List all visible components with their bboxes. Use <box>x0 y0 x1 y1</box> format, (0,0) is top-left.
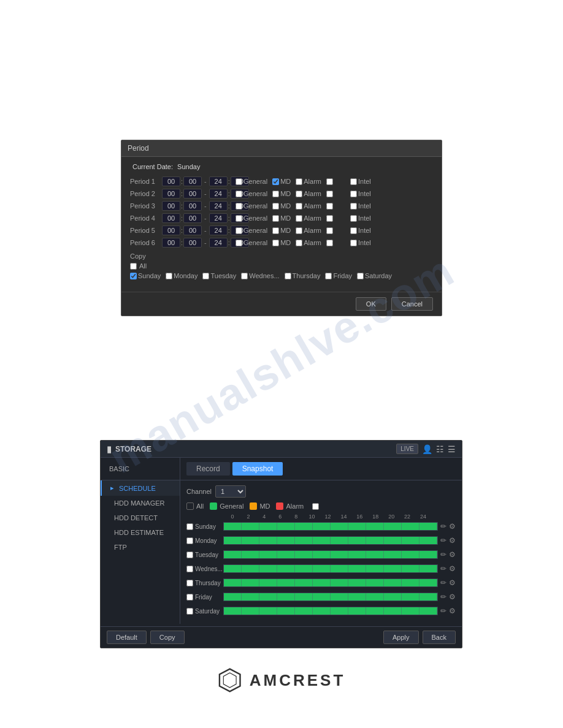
p4-intel-cb[interactable] <box>350 215 357 222</box>
sidebar-item-basic[interactable]: BASIC <box>101 461 180 476</box>
settings-schedule-5[interactable]: ⚙ <box>449 593 456 601</box>
day-cb-6[interactable] <box>186 608 193 615</box>
intel-cb-1[interactable] <box>350 178 357 185</box>
p5-md-cb[interactable] <box>272 227 279 234</box>
thursday-cb[interactable] <box>285 273 291 279</box>
p3-extra-cb[interactable] <box>326 203 333 210</box>
sidebar-item-hdd-detect[interactable]: HDD DETECT <box>101 510 180 525</box>
p4-extra-cb[interactable] <box>326 215 333 222</box>
p5-alarm-cb[interactable] <box>296 227 302 234</box>
channel-select[interactable]: 1 2 3 4 <box>215 485 246 498</box>
period-2-checkboxes: General MD Alarm Intel <box>236 190 371 197</box>
p6-sh[interactable] <box>162 238 180 248</box>
cancel-button[interactable]: Cancel <box>391 297 433 311</box>
tuesday-cb[interactable] <box>202 273 209 279</box>
edit-schedule-2[interactable]: ✏ <box>440 550 446 559</box>
default-button[interactable]: Default <box>107 631 147 644</box>
period-1-start-h[interactable] <box>162 176 180 186</box>
p6-gen-cb[interactable] <box>236 240 242 246</box>
p2-sh[interactable] <box>162 189 180 199</box>
basic-label: BASIC <box>109 465 129 472</box>
user-icon[interactable]: 👤 <box>422 444 432 454</box>
sunday-cb[interactable] <box>130 273 137 279</box>
tab-record[interactable]: Record <box>186 462 230 476</box>
layout-icon[interactable]: ☷ <box>436 444 444 454</box>
edit-schedule-4[interactable]: ✏ <box>440 578 446 587</box>
day-cb-5[interactable] <box>186 594 193 601</box>
p5-intel-cb[interactable] <box>350 227 357 234</box>
alarm-extra-cb-1[interactable] <box>326 178 333 185</box>
day-cb-4[interactable] <box>186 580 193 586</box>
md-cb-1[interactable] <box>272 178 279 185</box>
p6-alarm-cb[interactable] <box>296 240 302 246</box>
p3-gen-cb[interactable] <box>236 203 242 210</box>
p2-extra-cb[interactable] <box>326 191 333 197</box>
p4-md-cb[interactable] <box>272 215 279 222</box>
settings-schedule-6[interactable]: ⚙ <box>449 607 456 615</box>
period-1-end-h[interactable] <box>209 176 228 186</box>
apply-button[interactable]: Apply <box>383 631 419 644</box>
sidebar-item-schedule[interactable]: ▸ SCHEDULE <box>101 480 180 496</box>
p2-sm[interactable] <box>183 189 202 199</box>
p5-sh[interactable] <box>162 226 180 235</box>
settings-schedule-4[interactable]: ⚙ <box>449 578 456 587</box>
p3-sm[interactable] <box>183 201 202 211</box>
edit-schedule-5[interactable]: ✏ <box>440 593 446 601</box>
all-checkbox[interactable] <box>130 263 137 270</box>
p2-md-cb[interactable] <box>272 191 279 197</box>
menu-icon[interactable]: ☰ <box>448 444 456 454</box>
sidebar-item-hdd-estimate[interactable]: HDD ESTIMATE <box>101 525 180 540</box>
p2-alarm-cb[interactable] <box>296 191 302 197</box>
period-1-start-m[interactable] <box>183 176 202 186</box>
copy-button[interactable]: Copy <box>150 631 185 644</box>
wednesday-cb[interactable] <box>241 273 248 279</box>
p4-gen-cb[interactable] <box>236 215 242 222</box>
edit-schedule-3[interactable]: ✏ <box>440 564 446 573</box>
p3-intel-cb[interactable] <box>350 203 357 210</box>
p5-gen-cb[interactable] <box>236 227 242 234</box>
p6-eh[interactable] <box>209 238 228 248</box>
edit-schedule-6[interactable]: ✏ <box>440 607 446 615</box>
alarm-toggle-cb[interactable] <box>312 503 319 510</box>
period-3-label: Period 3 <box>130 202 162 210</box>
p4-alarm-cb[interactable] <box>296 215 302 222</box>
saturday-cb[interactable] <box>357 273 364 279</box>
friday-cb[interactable] <box>325 273 332 279</box>
p5-sm[interactable] <box>183 226 202 235</box>
settings-schedule-2[interactable]: ⚙ <box>449 550 456 559</box>
p2-eh[interactable] <box>209 189 228 199</box>
alarm-cb-1[interactable] <box>296 178 302 185</box>
p6-md-cb[interactable] <box>272 240 279 246</box>
p2-gen-cb[interactable] <box>236 191 242 197</box>
settings-schedule-0[interactable]: ⚙ <box>449 522 456 531</box>
day-cb-1[interactable] <box>186 537 193 544</box>
back-button[interactable]: Back <box>423 631 456 644</box>
day-cb-2[interactable] <box>186 552 193 558</box>
p6-intel-cb[interactable] <box>350 240 357 246</box>
p5-extra-cb[interactable] <box>326 227 333 234</box>
p4-sm[interactable] <box>183 213 202 223</box>
p4-eh[interactable] <box>209 213 228 223</box>
p6-sm[interactable] <box>183 238 202 248</box>
p2-intel-cb[interactable] <box>350 191 357 197</box>
sidebar-item-ftp[interactable]: FTP <box>101 540 180 555</box>
tab-snapshot[interactable]: Snapshot <box>232 462 283 476</box>
day-cb-3[interactable] <box>186 566 193 572</box>
settings-schedule-3[interactable]: ⚙ <box>449 564 456 573</box>
p3-md-cb[interactable] <box>272 203 279 210</box>
p5-eh[interactable] <box>209 226 228 235</box>
sidebar-item-hdd-manager[interactable]: HDD MANAGER <box>101 496 180 510</box>
p6-extra-cb[interactable] <box>326 240 333 246</box>
edit-schedule-1[interactable]: ✏ <box>440 536 446 545</box>
p3-eh[interactable] <box>209 201 228 211</box>
edit-schedule-0[interactable]: ✏ <box>440 522 446 531</box>
ok-button[interactable]: OK <box>356 297 386 311</box>
md-dot <box>250 502 257 510</box>
general-cb-1[interactable] <box>236 178 242 185</box>
monday-cb[interactable] <box>166 273 172 279</box>
settings-schedule-1[interactable]: ⚙ <box>449 536 456 545</box>
day-cb-0[interactable] <box>186 523 193 530</box>
p4-sh[interactable] <box>162 213 180 223</box>
p3-alarm-cb[interactable] <box>296 203 302 210</box>
p3-sh[interactable] <box>162 201 180 211</box>
